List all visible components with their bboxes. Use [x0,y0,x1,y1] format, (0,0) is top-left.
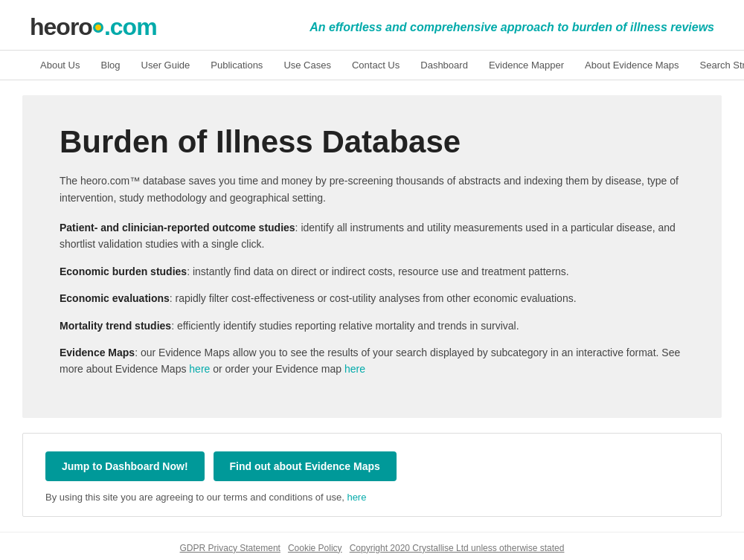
feature-evidence-maps-text2: or order your Evidence map [210,363,344,375]
tagline: An effortless and comprehensive approach… [310,21,714,34]
gdpr-privacy-link[interactable]: GDPR Privacy Statement [180,543,280,553]
nav-item-contact-us[interactable]: Contact Us [341,51,410,80]
nav-item-about-evidence-maps[interactable]: About Evidence Maps [574,51,689,80]
nav-item-dashboard[interactable]: Dashboard [410,51,478,80]
feature-mortality-trend-text: : efficiently identify studies reporting… [171,320,519,332]
terms-link[interactable]: here [347,492,366,503]
feature-economic-evaluations-text: : rapidly filter cost-effectiveness or c… [170,292,577,304]
footer: GDPR Privacy Statement Cookie Policy Cop… [0,532,744,560]
feature-evidence-maps: Evidence Maps: our Evidence Maps allow y… [60,344,684,378]
nav-item-evidence-mapper[interactable]: Evidence Mapper [478,51,574,80]
feature-patient-studies-bold: Patient- and clinician-reported outcome … [60,222,295,234]
footer-text: GDPR Privacy Statement Cookie Policy Cop… [180,543,565,553]
page-title: Burden of Illness Database [60,125,684,159]
cookie-policy-link[interactable]: Cookie Policy [288,543,342,553]
logo-text: heoro [30,13,92,40]
logo-com: .com [104,13,157,40]
main-content: Burden of Illness Database The heoro.com… [22,95,722,418]
nav-item-user-guide[interactable]: User Guide [131,51,201,80]
nav-item-search-strategy[interactable]: Search Strategy [690,51,744,80]
find-out-evidence-maps-button[interactable]: Find out about Evidence Maps [214,451,397,481]
feature-economic-burden-bold: Economic burden studies [60,265,187,277]
navbar: About Us Blog User Guide Publications Us… [0,50,744,80]
terms-label: By using this site you are agreeing to o… [45,492,344,503]
intro-text: The heoro.com™ database saves you time a… [60,173,684,206]
feature-economic-burden: Economic burden studies: instantly find … [60,263,684,280]
feature-economic-burden-text: : instantly find data on direct or indir… [187,265,569,277]
feature-evidence-maps-text: : our Evidence Maps allow you to see the… [60,347,680,375]
cta-section: Jump to Dashboard Now! Find out about Ev… [22,433,722,517]
feature-economic-evaluations: Economic evaluations: rapidly filter cos… [60,290,684,306]
feature-economic-evaluations-bold: Economic evaluations [60,292,170,304]
terms-text: By using this site you are agreeing to o… [45,492,699,503]
header: heoro.com An effortless and comprehensiv… [0,0,744,50]
nav-item-use-cases[interactable]: Use Cases [273,51,341,80]
nav-item-about-us[interactable]: About Us [30,51,90,80]
feature-mortality-trend: Mortality trend studies: efficiently ide… [60,318,684,334]
copyright-link[interactable]: Copyright 2020 Crystallise Ltd unless ot… [350,543,565,553]
logo-dot-icon [93,22,103,33]
feature-patient-studies: Patient- and clinician-reported outcome … [60,219,684,253]
nav-item-publications[interactable]: Publications [200,51,273,80]
feature-mortality-trend-bold: Mortality trend studies [60,320,171,332]
nav-item-blog[interactable]: Blog [90,51,130,80]
evidence-maps-here-link-1[interactable]: here [189,363,210,375]
cta-buttons: Jump to Dashboard Now! Find out about Ev… [45,451,699,481]
feature-evidence-maps-bold: Evidence Maps [60,347,135,358]
jump-to-dashboard-button[interactable]: Jump to Dashboard Now! [45,451,205,481]
evidence-maps-here-link-2[interactable]: here [344,363,365,375]
logo[interactable]: heoro.com [30,13,157,41]
